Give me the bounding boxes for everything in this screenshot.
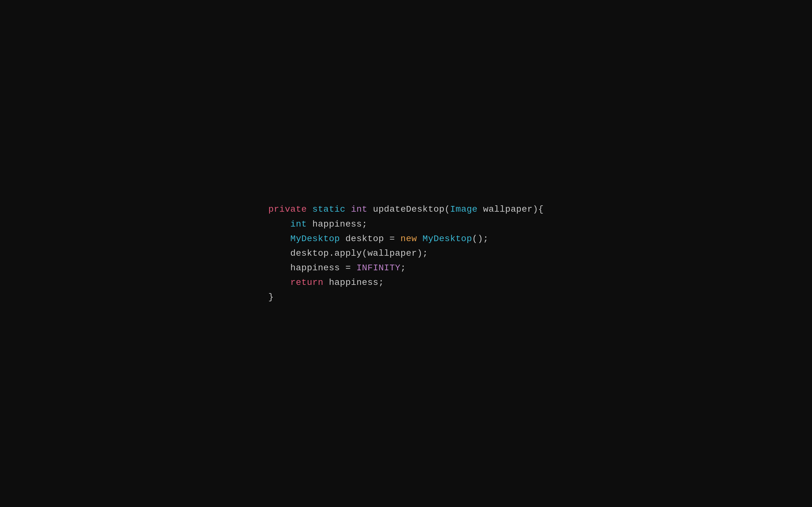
code-token: happiness = bbox=[268, 261, 357, 275]
code-token: new bbox=[401, 232, 417, 246]
code-token: wallpaper){ bbox=[478, 202, 544, 217]
code-line-1: private static int updateDesktop(Image w… bbox=[268, 202, 544, 217]
code-token bbox=[268, 217, 290, 232]
code-line-7: } bbox=[268, 290, 544, 304]
code-line-5: happiness = INFINITY; bbox=[268, 261, 544, 275]
code-token bbox=[268, 275, 290, 290]
code-line-2: int happiness; bbox=[268, 217, 544, 232]
code-line-6: return happiness; bbox=[268, 275, 544, 290]
code-token bbox=[417, 232, 422, 246]
code-token: MyDesktop bbox=[290, 232, 340, 246]
code-token: MyDesktop bbox=[422, 232, 472, 246]
code-line-4: desktop.apply(wallpaper); bbox=[268, 246, 544, 261]
code-token: private bbox=[268, 202, 307, 217]
code-token: static bbox=[312, 202, 345, 217]
code-line-3: MyDesktop desktop = new MyDesktop(); bbox=[268, 232, 544, 246]
code-token: int bbox=[290, 217, 307, 232]
code-token bbox=[268, 232, 290, 246]
code-token: Image bbox=[450, 202, 478, 217]
code-token: happiness; bbox=[323, 275, 384, 290]
code-token: updateDesktop( bbox=[367, 202, 450, 217]
code-token: return bbox=[290, 275, 323, 290]
code-token: } bbox=[268, 290, 274, 304]
code-token: (); bbox=[472, 232, 489, 246]
code-block: private static int updateDesktop(Image w… bbox=[268, 202, 544, 304]
code-token: int bbox=[351, 202, 367, 217]
code-token: ; bbox=[401, 261, 406, 275]
code-token bbox=[345, 202, 351, 217]
code-token: INFINITY bbox=[357, 261, 401, 275]
code-token bbox=[307, 202, 312, 217]
code-token: desktop.apply(wallpaper); bbox=[268, 246, 428, 261]
code-token: happiness; bbox=[307, 217, 367, 232]
code-token: desktop = bbox=[340, 232, 401, 246]
